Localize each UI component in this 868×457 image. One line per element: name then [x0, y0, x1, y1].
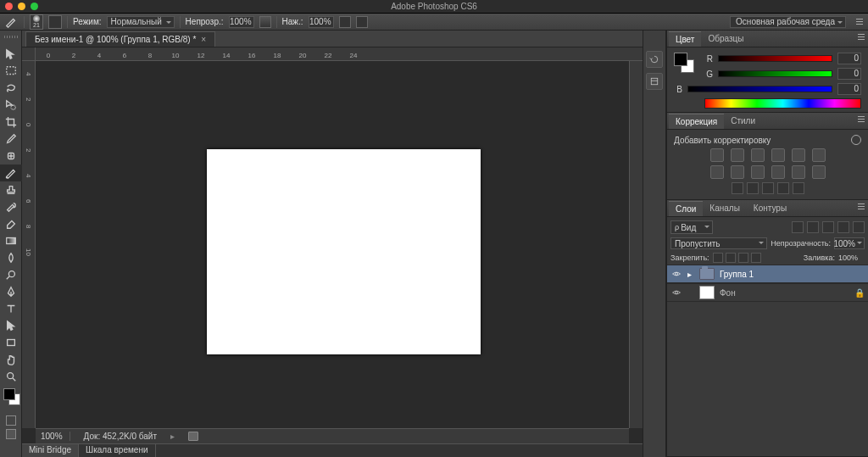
channels-tab[interactable]: Каналы — [703, 201, 747, 216]
horizontal-ruler[interactable]: 024681012141618202224 — [36, 47, 643, 61]
vibrance-icon[interactable] — [792, 148, 805, 162]
g-value-input[interactable]: 0 — [837, 68, 861, 80]
g-slider[interactable] — [718, 70, 832, 77]
color-panel-menu-icon[interactable] — [858, 34, 865, 40]
hand-tool[interactable] — [0, 351, 22, 368]
history-brush-tool[interactable] — [0, 198, 22, 215]
color-balance-icon[interactable] — [710, 165, 724, 179]
panel-menu-icon[interactable] — [854, 17, 865, 27]
brush-preset-picker[interactable]: 21 — [30, 14, 43, 30]
shape-tool[interactable] — [0, 334, 22, 351]
layer-group-1[interactable]: ▸ Группа 1 — [667, 265, 868, 283]
layer-name[interactable]: Группа 1 — [720, 270, 865, 279]
curves-icon[interactable] — [751, 148, 765, 162]
posterize-icon[interactable] — [732, 182, 743, 194]
healing-tool[interactable] — [0, 148, 22, 164]
quickmask-toggle[interactable] — [0, 415, 22, 426]
selective-color-icon[interactable] — [777, 182, 789, 194]
mini-bridge-tab[interactable]: Mini Bridge — [22, 444, 79, 457]
close-tab-icon[interactable]: × — [201, 35, 206, 44]
lock-transparency-icon[interactable] — [713, 253, 723, 263]
eyedropper-tool[interactable] — [0, 131, 22, 148]
lock-all-icon[interactable] — [751, 253, 761, 263]
threshold-icon[interactable] — [747, 182, 759, 194]
adj-extra-icon[interactable] — [793, 182, 804, 194]
vertical-ruler[interactable]: 420246810 — [22, 61, 36, 428]
layer-name[interactable]: Фон — [720, 288, 849, 298]
doc-size-readout[interactable]: Док: 452,2K/0 байт — [84, 432, 157, 441]
brightness-quick-icon[interactable] — [851, 135, 861, 145]
filter-shape-icon[interactable] — [837, 221, 849, 233]
lock-pixels-icon[interactable] — [726, 253, 736, 263]
hue-sat-icon[interactable] — [812, 148, 826, 162]
gradient-map-icon[interactable] — [762, 182, 774, 194]
b-value-input[interactable]: 0 — [837, 83, 861, 95]
pressure-opacity-toggle[interactable] — [259, 16, 271, 28]
brush-tool-icon[interactable] — [3, 14, 19, 31]
flow-input[interactable]: 100% — [309, 16, 334, 28]
color-swatches[interactable] — [0, 387, 22, 412]
visibility-toggle-icon[interactable] — [670, 287, 682, 298]
layer-filter-kind[interactable]: ρ Вид — [670, 220, 713, 234]
filter-smart-icon[interactable] — [853, 221, 865, 233]
opacity-input[interactable]: 100% — [229, 16, 254, 28]
screenmode-toggle[interactable] — [0, 429, 22, 439]
minimize-window-icon[interactable] — [18, 3, 25, 10]
airbrush-toggle[interactable] — [339, 16, 351, 28]
channel-mixer-icon[interactable] — [771, 165, 785, 179]
workspace-switcher[interactable]: Основная рабочая среда — [730, 16, 846, 28]
filter-pixel-icon[interactable] — [792, 221, 804, 233]
adjustments-tab[interactable]: Коррекция — [669, 114, 724, 129]
type-tool[interactable] — [0, 300, 22, 317]
r-slider[interactable] — [718, 55, 832, 62]
b-slider[interactable] — [687, 86, 832, 92]
toolbox-grip[interactable] — [0, 32, 21, 41]
brush-panel-toggle-icon[interactable] — [48, 15, 62, 29]
levels-icon[interactable] — [731, 148, 744, 162]
photo-filter-icon[interactable] — [751, 165, 765, 179]
stamp-tool[interactable] — [0, 181, 22, 198]
exposure-icon[interactable] — [771, 148, 785, 162]
lasso-tool[interactable] — [0, 80, 22, 97]
foreground-color-swatch[interactable] — [3, 388, 15, 400]
layers-panel-menu-icon[interactable] — [858, 203, 865, 209]
ruler-origin[interactable] — [22, 47, 36, 61]
blend-mode-select[interactable]: Пропустить — [670, 237, 767, 249]
visibility-toggle-icon[interactable] — [670, 268, 682, 280]
path-select-tool[interactable] — [0, 317, 22, 334]
zoom-tool[interactable] — [0, 368, 22, 385]
quick-select-tool[interactable] — [0, 97, 22, 114]
pressure-size-toggle[interactable] — [356, 16, 368, 28]
maximize-window-icon[interactable] — [31, 3, 38, 10]
properties-panel-icon[interactable] — [646, 73, 663, 90]
bw-icon[interactable] — [731, 165, 744, 179]
styles-tab[interactable]: Стили — [724, 114, 762, 129]
layer-opacity-input[interactable]: 100% — [834, 237, 865, 249]
lock-position-icon[interactable] — [738, 253, 748, 263]
color-panel-swatches[interactable] — [674, 53, 694, 73]
history-panel-icon[interactable] — [646, 51, 663, 68]
move-tool[interactable] — [0, 46, 22, 63]
dodge-tool[interactable] — [0, 266, 22, 283]
canvas[interactable] — [207, 149, 481, 354]
brightness-contrast-icon[interactable] — [710, 148, 724, 162]
filter-adjust-icon[interactable] — [807, 221, 819, 233]
gradient-tool[interactable] — [0, 232, 22, 249]
color-lookup-icon[interactable] — [792, 165, 805, 179]
zoom-level[interactable]: 100% — [41, 432, 70, 441]
blend-mode-select[interactable]: Нормальный — [107, 16, 175, 28]
adjustments-panel-menu-icon[interactable] — [858, 116, 865, 122]
layer-thumbnail[interactable] — [699, 286, 715, 299]
pen-tool[interactable] — [0, 283, 22, 300]
brush-tool[interactable] — [0, 164, 22, 181]
blur-tool[interactable] — [0, 249, 22, 266]
fill-input[interactable]: 100% — [838, 254, 865, 262]
swatches-tab[interactable]: Образцы — [701, 31, 750, 47]
horizontal-scroll-thumb[interactable] — [188, 432, 198, 441]
layer-background[interactable]: Фон 🔒 — [667, 283, 868, 302]
close-window-icon[interactable] — [5, 3, 13, 10]
crop-tool[interactable] — [0, 114, 22, 131]
paths-tab[interactable]: Контуры — [747, 201, 793, 216]
color-tab[interactable]: Цвет — [669, 31, 701, 47]
color-spectrum[interactable] — [704, 98, 861, 109]
